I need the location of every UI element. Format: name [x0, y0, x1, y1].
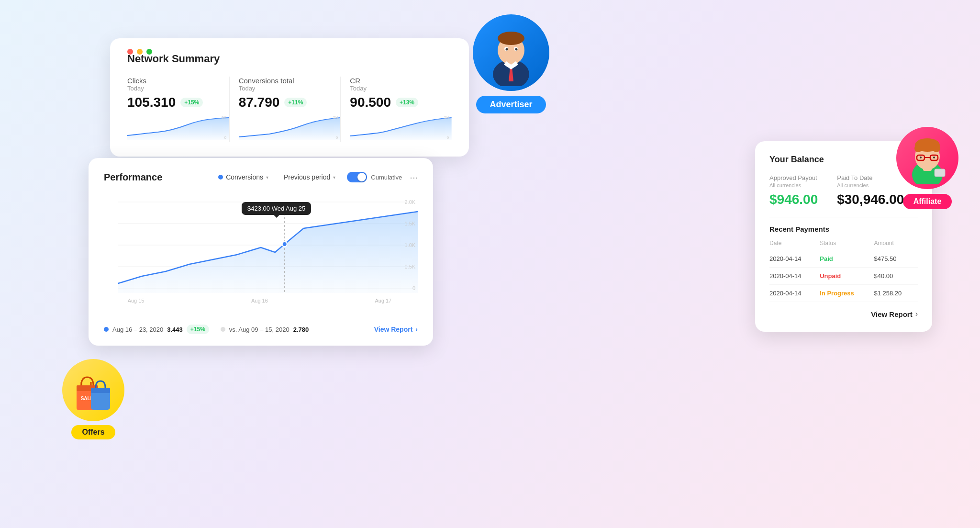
payment-1-date: 2020-04-14: [769, 250, 820, 268]
cumulative-toggle-row: Cumulative: [347, 172, 402, 182]
svg-text:0.5K: 0.5K: [405, 264, 416, 270]
conv-badge: +11%: [284, 98, 307, 107]
svg-rect-49: [91, 388, 110, 393]
payment-row-1: 2020-04-14 Paid $475.50: [769, 250, 918, 268]
cumulative-toggle[interactable]: [347, 172, 367, 182]
conv-sublabel: Today: [239, 85, 341, 92]
balance-view-report-text: View Report: [871, 310, 912, 318]
paid-to-date-label: Paid To Date: [837, 174, 904, 181]
balance-title: Your Balance: [769, 155, 918, 165]
performance-title: Performance: [104, 172, 162, 183]
svg-text:5K: 5K: [222, 115, 227, 120]
payment-3-amount: $1 258.20: [874, 285, 918, 302]
period-dropdown-label: Previous period: [284, 173, 330, 181]
recent-payments-title: Recent Payments: [769, 225, 918, 233]
performance-card: Performance Conversions ▾ Previous perio…: [89, 158, 433, 346]
balance-columns: Approved Payout All currencies $946.00 P…: [769, 174, 918, 207]
conv-value-row: 87.790 +11%: [239, 95, 341, 110]
approved-payout-sublabel: All currencies: [769, 182, 818, 188]
col-status: Status: [820, 240, 874, 250]
cr-value-row: 90.500 +13%: [350, 95, 452, 110]
period-dropdown[interactable]: Previous period ▾: [280, 171, 339, 183]
advertiser-illustration: [478, 19, 545, 86]
col-date: Date: [769, 240, 820, 250]
svg-point-27: [506, 48, 508, 51]
period2-value: 2.780: [293, 326, 309, 333]
toggle-label: Cumulative: [371, 174, 402, 181]
metrics-row: Clicks Today 105.310 +15% 5K 0: [127, 77, 452, 142]
conv-label: Conversions total: [239, 77, 341, 85]
paid-to-date-value: $30,946.00: [837, 192, 904, 207]
view-report-arrow-icon: ›: [415, 326, 418, 333]
clicks-sublabel: Today: [127, 85, 229, 92]
svg-point-24: [498, 32, 524, 45]
svg-text:2.0K: 2.0K: [405, 199, 416, 205]
svg-text:Aug 15: Aug 15: [128, 298, 145, 303]
svg-point-40: [920, 157, 922, 158]
divider: [769, 217, 918, 217]
advertiser-avatar: Advertiser: [473, 14, 549, 113]
offers-bubble: SALE Offers: [62, 359, 124, 439]
period-chevron-icon: ▾: [333, 175, 335, 180]
svg-text:0: 0: [447, 135, 449, 140]
period1-badge: +15%: [187, 325, 209, 334]
network-summary-card: Network Summary Clicks Today 105.310 +15…: [110, 38, 469, 157]
period1-label: Aug 16 – 23, 2020: [112, 326, 163, 333]
conv-dot: [218, 175, 223, 180]
performance-chart-container: $423.00 Wed Aug 25: [104, 192, 418, 317]
svg-text:0: 0: [224, 135, 227, 140]
svg-text:5K: 5K: [444, 115, 449, 120]
payment-row-2: 2020-04-14 Unpaid $40.00: [769, 268, 918, 285]
period2-label: vs. Aug 09 – 15, 2020: [229, 326, 290, 333]
conv-chevron-icon: ▾: [266, 175, 268, 180]
approved-payout-value: $946.00: [769, 192, 818, 207]
performance-header: Performance Conversions ▾ Previous perio…: [104, 171, 418, 183]
affiliate-avatar: Affiliate: [896, 127, 958, 209]
view-report-text: View Report: [374, 326, 413, 333]
period2-stat: vs. Aug 09 – 15, 2020 2.780: [221, 326, 309, 333]
svg-text:Aug 17: Aug 17: [375, 298, 392, 303]
advertiser-label: Advertiser: [476, 96, 546, 113]
svg-text:0: 0: [335, 135, 338, 140]
approved-payout-col: Approved Payout All currencies $946.00: [769, 174, 818, 207]
period1-stat: Aug 16 – 23, 2020 3.443 +15%: [104, 325, 209, 334]
offers-illustration: SALE: [67, 364, 120, 416]
clicks-chart: 5K 0: [127, 114, 229, 140]
advertiser-circle: [473, 14, 549, 91]
payments-table: Date Status Amount 2020-04-14 Paid $475.…: [769, 240, 918, 302]
svg-point-36: [933, 145, 940, 152]
network-card-title: Network Summary: [127, 53, 452, 65]
svg-text:Aug 16: Aug 16: [251, 298, 268, 303]
conv-dropdown-label: Conversions: [226, 173, 263, 181]
period2-dot: [221, 327, 225, 332]
tooltip-value: $423.00: [247, 205, 270, 212]
cr-badge: +13%: [396, 98, 418, 107]
metric-clicks: Clicks Today 105.310 +15% 5K 0: [127, 77, 229, 142]
offers-circle: SALE: [62, 359, 124, 421]
conv-chart: 5K 0: [239, 114, 341, 140]
footer-stats: Aug 16 – 23, 2020 3.443 +15% vs. Aug 09 …: [104, 325, 309, 334]
conversions-dropdown[interactable]: Conversions ▾: [214, 171, 272, 183]
clicks-label: Clicks: [127, 77, 229, 85]
more-options-icon[interactable]: ···: [410, 172, 418, 183]
payment-1-amount: $475.50: [874, 250, 918, 268]
affiliate-label: Affiliate: [903, 194, 952, 209]
clicks-badge: +15%: [180, 98, 203, 107]
cr-sublabel: Today: [350, 85, 452, 92]
payment-row-3: 2020-04-14 In Progress $1 258.20: [769, 285, 918, 302]
approved-payout-label: Approved Payout: [769, 174, 818, 181]
svg-text:0: 0: [412, 285, 415, 291]
tooltip-date: Wed Aug 25: [272, 205, 306, 212]
cr-chart: 5K 0: [350, 114, 452, 140]
balance-view-report[interactable]: View Report ›: [769, 310, 918, 318]
period1-value: 3.443: [167, 326, 183, 333]
payment-3-date: 2020-04-14: [769, 285, 820, 302]
period1-dot: [104, 327, 109, 332]
svg-point-41: [933, 157, 935, 158]
performance-view-report[interactable]: View Report ›: [374, 326, 418, 333]
window-controls: [127, 49, 152, 55]
affiliate-circle: [896, 127, 958, 189]
metric-conversions-total: Conversions total Today 87.790 +11% 5K 0: [229, 77, 341, 142]
clicks-value: 105.310: [127, 95, 176, 110]
payment-3-status: In Progress: [820, 285, 874, 302]
